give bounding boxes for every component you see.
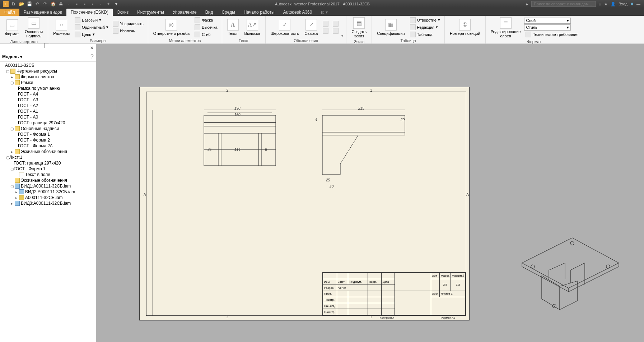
tree-view3[interactable]: ▸ВИД3:А000111-32СБ.iam [0,200,96,206]
arrange-button[interactable]: Упорядочить [111,20,145,27]
style-combo[interactable]: Стиль▾ [524,24,571,31]
baseline-button[interactable]: Базовый ▾ [73,17,110,23]
tree-frame-item[interactable]: ГОСТ - А2 [0,103,96,108]
browser-help-icon[interactable]: ? [90,54,94,60]
open-icon[interactable]: 📂 [19,1,24,7]
balloon-button[interactable]: ①Номера позиций [448,18,482,36]
tree-view2[interactable]: ▸ВИД2:А000111-32СБ.iam [0,189,96,195]
app-title: Autodesk Inventor Professional 2017 А000… [122,2,523,6]
leader-button[interactable]: A↗Выноска [242,18,262,36]
browser-close-icon[interactable]: ✕ [90,45,94,50]
tree-assembly[interactable]: ▸А000111-32СБ.iam [0,195,96,200]
tree-title-item[interactable]: ГОСТ - Форма 2А [0,143,96,149]
user-icon[interactable]: 👤 [611,2,616,6]
model-tree[interactable]: А000111-32СБ ▢Чертежные ресурсы ▸Форматы… [0,62,96,342]
save-icon[interactable]: 💾 [27,1,32,7]
tree-frame-item[interactable]: ГОСТ - А4 [0,91,96,97]
tree-frames[interactable]: ▢Рамки [0,80,96,86]
app-exchange-icon[interactable]: ✖ [630,2,634,6]
help-arrow-icon[interactable]: ▸ [526,2,528,6]
symbols-expand[interactable]: ▾ [341,34,343,38]
login-label[interactable]: Вход [619,2,627,6]
tech-req-button[interactable]: Технические требования [524,31,580,38]
tab-tools[interactable]: Инструменты [133,9,168,16]
home-icon[interactable]: 🏠 [50,1,56,7]
tree-resources[interactable]: ▢Чертежные ресурсы [0,68,96,74]
help-search-input[interactable] [531,1,596,7]
edit-layers-button[interactable]: ≣Редактирование слоев [489,17,523,39]
tree-text-field[interactable]: Текст в поле [0,172,96,177]
qat-plus[interactable]: + [106,1,111,7]
chamfer-button[interactable]: Фаска [193,17,219,23]
sym-small-3[interactable] [331,20,340,27]
minimize-icon[interactable]: — [636,2,640,6]
create-sketch-button[interactable]: ▤Создать эскиз [349,17,369,39]
new-icon[interactable]: 🗋 [11,1,17,7]
print-icon[interactable]: 🖶 [58,1,64,7]
table-button[interactable]: Таблица [409,31,442,38]
drawing-sheet: 2 1 2 1 А А [139,87,470,320]
layer-combo[interactable]: Слой▾ [524,18,571,24]
hole-thread-button[interactable]: ◎Отверстие и резьба [151,18,192,36]
sym-small-2[interactable] [321,28,330,34]
undo-icon[interactable]: ↶ [34,1,40,7]
format-button[interactable]: ▭Формат [3,19,21,37]
tab-view[interactable]: Вид [201,9,218,16]
browser-title[interactable]: Модель ▾ [2,54,22,59]
tree-sheet-item[interactable]: ГОСТ: граница 297х420 [0,160,96,166]
tree-frame-item[interactable]: ГОСТ - А0 [0,114,96,120]
star-icon[interactable]: ★ [604,2,608,6]
tree-sketched-symbols[interactable]: ▸Эскизные обозначения [0,149,96,154]
punch-button[interactable]: Высечка [193,24,219,31]
extract-button[interactable]: Извлечь [111,28,145,34]
tree-root[interactable]: А000111-32СБ [0,63,96,68]
qat-btn3[interactable]: ▫ [90,1,95,7]
tab-a360[interactable]: Autodesk A360 [279,9,317,16]
tree-sheet-item[interactable]: ▢ГОСТ - Форма 1 [0,166,96,172]
dimension-button[interactable]: ↔Размеры [51,18,72,36]
dim-190: 190 [234,106,241,110]
tree-frame-item[interactable]: ГОСТ: граница 297х420 [0,120,96,126]
group-table-label: Таблица [375,38,442,43]
tree-title-item[interactable]: ГОСТ - Форма 1 [0,131,96,137]
group-sheets: ▭Формат ▭Основная надпись Листы чертежа [0,16,48,43]
tree-view1[interactable]: ▢ВИД1:А000111-32СБ.iam [0,183,96,189]
tree-titleblocks[interactable]: ▢Основные надписи [0,126,96,131]
zone-mark: А [466,193,469,197]
revision-button[interactable]: Редакция ▾ [409,24,442,31]
tab-annotation[interactable]: Пояснение (ESKD) [66,9,113,16]
tree-formats[interactable]: ▸Форматы листов [0,74,96,80]
tab-file[interactable]: Файл [0,9,19,16]
tree-sheet1[interactable]: ▢Лист:1 [0,154,96,160]
bom-button[interactable]: ▦Спецификация [375,18,407,36]
tab-sketch[interactable]: Эскиз [113,9,133,16]
tab-getstarted[interactable]: Начало работы [239,9,279,16]
tree-frame-item[interactable]: ГОСТ - А3 [0,97,96,103]
qat-more[interactable]: ▾ [113,1,119,7]
search-icon[interactable]: ⌕ [599,2,601,6]
tab-environments[interactable]: Среды [217,9,239,16]
tree-title-item[interactable]: ГОСТ - Форма 2 [0,137,96,143]
bend-button[interactable]: Сгиб [193,31,219,38]
drawing-canvas[interactable]: 2 1 2 1 А А [96,44,644,342]
redo-icon[interactable]: ↷ [42,1,48,7]
sym-small-1[interactable] [321,20,330,27]
tree-sheet-item[interactable]: Эскизные обозначения [0,177,96,183]
tab-manage[interactable]: Управление [168,9,201,16]
qat-btn[interactable]: ▫ [74,1,80,7]
sym-small-4[interactable] [331,28,340,34]
qat-btn2[interactable]: ▫ [82,1,88,7]
surface-button[interactable]: ✓Шероховатость [269,18,301,36]
chain-button[interactable]: Цепь ▾ [73,31,110,38]
tree-frame-item[interactable]: ГОСТ - А1 [0,108,96,114]
ordinate-button[interactable]: Ординатный ▾ [73,24,110,31]
title-block-button[interactable]: ▭Основная надпись [23,17,45,39]
tree-frame-item[interactable]: Рамка по умолчанию [0,86,96,91]
weld-button[interactable]: ⟋Сварка [302,18,320,36]
zone-mark: 2 [227,315,229,319]
tab-extra-icon[interactable]: ◐ ▾ [316,9,332,16]
svg-point-15 [606,265,610,268]
text-button[interactable]: AТекст [225,18,241,36]
tab-views[interactable]: Размещение видов [19,9,66,16]
hole-table-button[interactable]: Отверстие ▾ [409,17,442,23]
